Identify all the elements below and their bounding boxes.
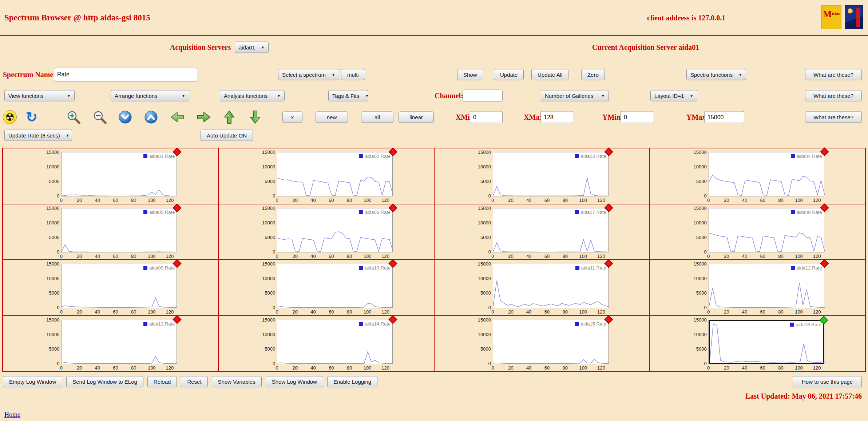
chart-cell[interactable]: 050001000015000 aida09 Rate 020406080100…	[3, 260, 218, 315]
x-axis: 020406080100120	[493, 252, 609, 259]
what-are-these-button-3[interactable]: What are these?	[805, 112, 862, 123]
chart-cell[interactable]: 050001000015000 aida15 Rate 020406080100…	[435, 316, 650, 371]
analysis-functions-dropdown[interactable]: Analysis functions ▼	[220, 90, 285, 101]
chart-cell[interactable]: 050001000015000 aida13 Rate 020406080100…	[3, 316, 218, 371]
y-axis: 050001000015000	[259, 208, 277, 252]
radiation-icon[interactable]: ☢	[3, 110, 17, 124]
update-button[interactable]: Update	[494, 69, 524, 80]
legend: aida13 Rate	[143, 321, 175, 327]
chart-cell[interactable]: 050001000015000 aida03 Rate 020406080100…	[435, 148, 650, 204]
plot-column: aida15 Rate 020406080100120	[493, 320, 609, 371]
chart: 050001000015000 aida11 Rate 020406080100…	[475, 264, 609, 315]
spectrum-name-input[interactable]	[54, 68, 197, 81]
acquisition-server-select[interactable]: aida01 ▼	[235, 42, 269, 53]
chart-cell[interactable]: 050001000015000 aida11 Rate 020406080100…	[435, 260, 650, 315]
linear-button[interactable]: linear	[399, 112, 434, 123]
arrange-functions-dropdown[interactable]: Arrange functions ▼	[111, 90, 189, 101]
show-variables-button[interactable]: Show Variables	[212, 376, 262, 387]
x-tick-label: 60	[113, 197, 118, 203]
y-tick-label: 5000	[265, 346, 275, 351]
legend-swatch-icon	[359, 266, 363, 270]
ymin-label: YMin	[602, 113, 621, 121]
chevron-down-icon: ▼	[738, 73, 742, 77]
reset-button[interactable]: Reset	[181, 376, 207, 387]
all-button[interactable]: all	[361, 112, 393, 123]
y-tick-label: 10000	[693, 164, 706, 169]
what-are-these-button-1[interactable]: What are these?	[805, 69, 862, 80]
arrow-right-icon[interactable]	[197, 111, 211, 123]
zoom-out-icon[interactable]	[92, 110, 107, 124]
arrow-left-icon[interactable]	[170, 111, 185, 123]
midas-logo-subtext: idas	[832, 11, 840, 16]
send-log-to-elog-button[interactable]: Send Log Window to ELog	[66, 376, 143, 387]
chart-cell[interactable]: 050001000015000 aida10 Rate 020406080100…	[219, 260, 434, 315]
what-are-these-button-2[interactable]: What are these?	[805, 90, 862, 101]
legend: aida02 Rate	[359, 153, 391, 159]
legend-swatch-icon	[791, 154, 795, 158]
select-spectrum-dropdown[interactable]: Select a spectrum ▼	[278, 69, 339, 80]
x-tick-label: 40	[742, 309, 747, 315]
x-tick-label: 40	[742, 197, 747, 203]
layout-id-dropdown[interactable]: Layout ID=1 ▼	[650, 90, 697, 101]
xmax-input[interactable]	[540, 111, 573, 123]
chart-cell[interactable]: 050001000015000 aida16 Rate 020406080100…	[650, 316, 865, 371]
chart: 050001000015000 aida07 Rate 020406080100…	[475, 208, 609, 259]
y-tick-label: 0	[704, 249, 706, 254]
x-tick-label: 80	[131, 309, 136, 315]
auto-update-button[interactable]: Auto Update ON	[201, 130, 253, 141]
arrow-down-icon[interactable]	[248, 111, 262, 123]
y-axis: 050001000015000	[259, 264, 277, 307]
x-axis-button[interactable]: x	[282, 112, 302, 123]
chart-cell[interactable]: 050001000015000 aida06 Rate 020406080100…	[219, 204, 434, 260]
spectra-functions-dropdown[interactable]: Spectra functions ▼	[686, 69, 746, 80]
zoom-in-glyph	[66, 110, 81, 124]
channel-input[interactable]	[463, 90, 503, 102]
chart-cell[interactable]: 050001000015000 aida02 Rate 020406080100…	[219, 148, 434, 204]
x-tick-label: 20	[293, 309, 298, 315]
xmin-input[interactable]	[470, 111, 503, 123]
legend-label: aida08 Rate	[797, 209, 822, 215]
home-link[interactable]: Home	[4, 411, 20, 419]
chart-cell[interactable]: 050001000015000 aida12 Rate 020406080100…	[650, 260, 865, 315]
show-button[interactable]: Show	[457, 69, 483, 80]
y-axis: 050001000015000	[691, 320, 709, 363]
chart: 050001000015000 aida14 Rate 020406080100…	[259, 320, 393, 371]
expand-y-icon[interactable]	[144, 110, 158, 124]
chart-cell[interactable]: 050001000015000 aida04 Rate 020406080100…	[650, 148, 865, 204]
tags-fits-value: Tags & Fits	[332, 93, 359, 99]
chart-cell[interactable]: 050001000015000 aida01 Rate 020406080100…	[3, 148, 218, 204]
zoom-in-icon[interactable]	[66, 110, 81, 124]
expand-y-glyph	[144, 110, 158, 124]
reload-button[interactable]: Reload	[147, 376, 177, 387]
ymin-input[interactable]	[621, 111, 654, 123]
chart-cell[interactable]: 050001000015000 aida07 Rate 020406080100…	[435, 204, 650, 260]
update-all-button[interactable]: Update All	[531, 69, 568, 80]
rate-line	[62, 320, 177, 364]
chart: 050001000015000 aida15 Rate 020406080100…	[475, 320, 609, 371]
x-tick-label: 0	[707, 254, 710, 259]
legend-label: aida16 Rate	[796, 322, 821, 327]
zero-button[interactable]: Zero	[581, 69, 605, 80]
arrow-up-icon[interactable]	[222, 111, 237, 123]
tags-fits-dropdown[interactable]: Tags & Fits ▼	[328, 90, 368, 101]
how-to-use-button[interactable]: How to use this page	[793, 376, 862, 387]
compress-y-icon[interactable]	[118, 110, 132, 124]
chart-cell[interactable]: 050001000015000 aida08 Rate 020406080100…	[650, 204, 865, 260]
update-rate-dropdown[interactable]: Update Rate (8 secs) ▼	[4, 130, 72, 141]
x-axis: 020406080100120	[277, 364, 393, 371]
chart-cell[interactable]: 050001000015000 aida05 Rate 020406080100…	[3, 204, 218, 260]
number-of-galleries-dropdown[interactable]: Number of Galleries ▼	[541, 90, 609, 101]
empty-log-window-button[interactable]: Empty Log Window	[3, 376, 62, 387]
x-tick-label: 40	[95, 254, 100, 259]
new-button[interactable]: new	[316, 112, 348, 123]
multi-button[interactable]: multi	[341, 69, 365, 80]
view-functions-dropdown[interactable]: View functions ▼	[4, 90, 75, 101]
show-log-window-button[interactable]: Show Log Window	[266, 376, 323, 387]
y-tick-label: 0	[273, 360, 275, 366]
chart-cell[interactable]: 050001000015000 aida14 Rate 020406080100…	[219, 316, 434, 371]
x-tick-label: 120	[166, 365, 174, 371]
enable-logging-button[interactable]: Enable Logging	[327, 376, 377, 387]
y-tick-label: 5000	[480, 346, 491, 351]
ymax-input[interactable]	[704, 111, 744, 123]
refresh-icon[interactable]: ↻	[26, 110, 37, 124]
